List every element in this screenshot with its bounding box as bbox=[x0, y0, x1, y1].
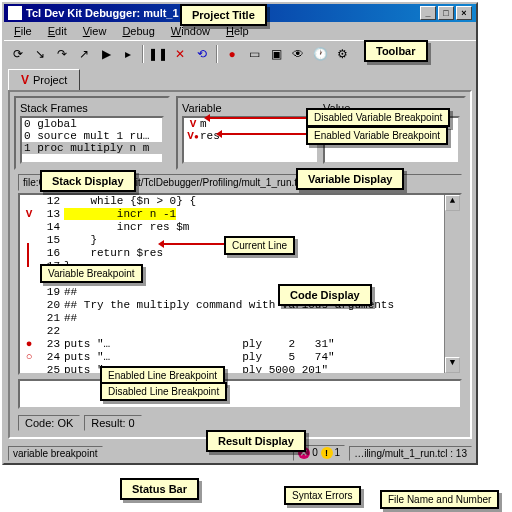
var-header: Variable bbox=[182, 102, 319, 114]
line-numbers: 1213141516171819202122232425 bbox=[38, 195, 64, 373]
arrow bbox=[206, 117, 306, 119]
gear-icon[interactable]: ⚙ bbox=[332, 44, 352, 64]
callout-syntax-errors: Syntax Errors bbox=[284, 486, 361, 505]
step-over-icon[interactable]: ↷ bbox=[52, 44, 72, 64]
line-number: 20 bbox=[38, 299, 60, 312]
callout-disabled-lbp: Disabled Line Breakpoint bbox=[100, 382, 227, 401]
line-number: 12 bbox=[38, 195, 60, 208]
line-number: 19 bbox=[38, 286, 60, 299]
status-result: Result: 0 bbox=[84, 415, 141, 431]
line-number: 16 bbox=[38, 247, 60, 260]
code-line[interactable]: puts "… ply 2 31" bbox=[64, 338, 444, 351]
close-button[interactable]: × bbox=[456, 6, 472, 20]
gutter-vbp-icon[interactable]: V bbox=[20, 208, 38, 221]
callout-enabled-vbp: Enabled Variable Breakpoint bbox=[306, 126, 448, 145]
code-lines[interactable]: while {$n > 0} { incr n -1 incr res $m }… bbox=[64, 195, 444, 373]
stack-row[interactable]: 0 source mult 1 ru… bbox=[22, 130, 162, 142]
gutter-bp-enabled-icon[interactable]: ● bbox=[20, 338, 38, 351]
line-number: 13 bbox=[38, 208, 60, 221]
tab-project[interactable]: V Project bbox=[8, 69, 80, 90]
warning-icon: ! bbox=[321, 447, 333, 459]
stack-list[interactable]: 0 global 0 source mult 1 ru… 1 proc mult… bbox=[20, 116, 164, 164]
callout-toolbar: Toolbar bbox=[364, 40, 428, 62]
result-area bbox=[18, 379, 462, 409]
gutter-bp-disabled-icon[interactable]: ○ bbox=[20, 351, 38, 364]
code-editor[interactable]: V●○ 1213141516171819202122232425 while {… bbox=[18, 193, 462, 375]
step-into-icon[interactable]: ↘ bbox=[30, 44, 50, 64]
status-code: Code: OK bbox=[18, 415, 80, 431]
line-number: 23 bbox=[38, 338, 60, 351]
run-to-icon[interactable]: ▶ bbox=[96, 44, 116, 64]
bp-list-icon[interactable]: ▣ bbox=[266, 44, 286, 64]
line-number: 24 bbox=[38, 351, 60, 364]
feather-icon: V bbox=[21, 73, 29, 87]
vbp-disabled-icon: V bbox=[186, 118, 200, 130]
pause-icon[interactable]: ❚❚ bbox=[148, 44, 168, 64]
tab-strip: V Project bbox=[4, 67, 476, 90]
code-line[interactable] bbox=[64, 325, 444, 338]
menu-edit[interactable]: Edit bbox=[40, 23, 75, 39]
stack-row[interactable]: 0 global bbox=[22, 118, 162, 130]
history-icon[interactable]: 🕐 bbox=[310, 44, 330, 64]
callout-current-line: Current Line bbox=[224, 236, 295, 255]
vscrollbar[interactable]: ▲ ▼ bbox=[444, 195, 460, 373]
code-line[interactable]: while {$n > 0} { bbox=[64, 195, 444, 208]
line-number: 15 bbox=[38, 234, 60, 247]
line-number: 21 bbox=[38, 312, 60, 325]
refresh-icon[interactable]: ⟳ bbox=[8, 44, 28, 64]
callout-project-title: Project Title bbox=[180, 4, 267, 26]
gutter[interactable]: V●○ bbox=[20, 195, 38, 373]
code-line[interactable]: ## bbox=[64, 312, 444, 325]
menu-file[interactable]: File bbox=[6, 23, 40, 39]
callout-result-display: Result Display bbox=[206, 430, 306, 452]
scroll-up-icon[interactable]: ▲ bbox=[445, 195, 460, 211]
stop-icon[interactable]: ✕ bbox=[170, 44, 190, 64]
app-icon bbox=[8, 6, 22, 20]
code-line[interactable]: puts "… ply 5 74" bbox=[64, 351, 444, 364]
arrow bbox=[160, 243, 224, 245]
tab-label: Project bbox=[33, 74, 67, 86]
code-line[interactable]: ## Try the multiply command with various… bbox=[64, 299, 444, 312]
arrow-line bbox=[27, 243, 29, 267]
status-file: …iling/mult_1_run.tcl : 13 bbox=[349, 446, 472, 461]
code-line[interactable]: incr res $m bbox=[64, 221, 444, 234]
arrow bbox=[218, 133, 306, 135]
vbp-enabled-icon: V● bbox=[186, 130, 200, 142]
scroll-down-icon[interactable]: ▼ bbox=[445, 357, 460, 373]
maximize-button[interactable]: □ bbox=[438, 6, 454, 20]
line-number: 22 bbox=[38, 325, 60, 338]
code-line[interactable]: incr n -1 bbox=[64, 208, 444, 221]
callout-status-bar: Status Bar bbox=[120, 478, 199, 500]
line-number: 25 bbox=[38, 364, 60, 375]
callout-disabled-vbp: Disabled Variable Breakpoint bbox=[306, 108, 450, 127]
bookmark-icon[interactable]: ▭ bbox=[244, 44, 264, 64]
line-number: 14 bbox=[38, 221, 60, 234]
menu-debug[interactable]: Debug bbox=[114, 23, 162, 39]
callout-vbp: Variable Breakpoint bbox=[40, 264, 143, 283]
menu-view[interactable]: View bbox=[75, 23, 115, 39]
minimize-button[interactable]: _ bbox=[420, 6, 436, 20]
stack-header: Stack Frames bbox=[20, 102, 164, 114]
stack-row[interactable]: 1 proc multiply n m bbox=[22, 142, 162, 154]
status-vbp: variable breakpoint bbox=[8, 446, 103, 461]
code-line[interactable]: ## bbox=[64, 286, 444, 299]
watch-icon[interactable]: 👁 bbox=[288, 44, 308, 64]
continue-icon[interactable]: ▸ bbox=[118, 44, 138, 64]
step-out-icon[interactable]: ↗ bbox=[74, 44, 94, 64]
var-list[interactable]: Vm V●res bbox=[182, 116, 319, 164]
restart-icon[interactable]: ⟲ bbox=[192, 44, 212, 64]
record-icon[interactable]: ● bbox=[222, 44, 242, 64]
debugger-window: Tcl Dev Kit Debugger: mult_1 _ □ × File … bbox=[2, 2, 478, 465]
callout-stack-display: Stack Display bbox=[40, 170, 136, 192]
callout-file-line: File Name and Number bbox=[380, 490, 499, 509]
var-row[interactable]: V●res bbox=[184, 130, 317, 142]
callout-variable-display: Variable Display bbox=[296, 168, 404, 190]
callout-code-display: Code Display bbox=[278, 284, 372, 306]
stack-pane: Stack Frames 0 global 0 source mult 1 ru… bbox=[14, 96, 170, 170]
